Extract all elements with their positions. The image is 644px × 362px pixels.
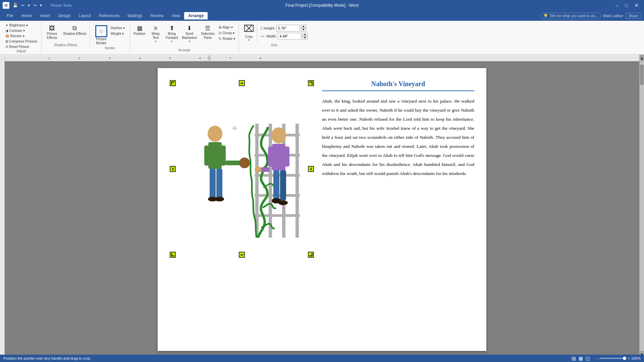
width-down[interactable]: ▼ xyxy=(302,36,308,40)
zoom-in-button[interactable]: + xyxy=(628,356,630,360)
compress-pictures-button[interactable]: ⊞ Compress Pictures xyxy=(4,39,39,44)
view-normal-button[interactable]: ▤ xyxy=(572,356,576,361)
document-scroll[interactable]: Naboth's Vineyard Ahab, the king, looked… xyxy=(5,61,639,358)
minimize-button[interactable]: – xyxy=(613,2,621,9)
group-button[interactable]: ⊡ Group ▾ xyxy=(217,31,236,36)
close-button[interactable]: ✕ xyxy=(632,2,641,9)
bring-forward-dropdown[interactable]: ▾ xyxy=(171,40,172,43)
dashes-label: Dashes xyxy=(111,26,122,30)
selection-pane-button[interactable]: ☰ SelectionPane xyxy=(199,24,216,41)
handle-middle-left[interactable] xyxy=(170,166,176,172)
picture-border-button[interactable]: □ PictureBorder xyxy=(94,24,109,46)
wrap-text-button[interactable]: ≡ WrapText ▾ xyxy=(148,24,163,44)
scroll-thumb[interactable] xyxy=(640,65,644,85)
brightness-dropdown[interactable]: ▾ xyxy=(26,23,28,27)
align-button[interactable]: ⊞ Align ▾ xyxy=(217,25,236,30)
align-dropdown[interactable]: ▾ xyxy=(231,25,233,29)
handle-bottom-right[interactable] xyxy=(308,252,314,258)
tab-references[interactable]: References xyxy=(95,12,123,19)
bring-forward-icon: ⬆ xyxy=(169,25,174,31)
width-input[interactable] xyxy=(278,33,301,40)
tab-design[interactable]: Design xyxy=(54,12,74,19)
svg-text:7: 7 xyxy=(229,57,231,60)
tab-format[interactable]: Arrange xyxy=(184,12,208,19)
save-button[interactable]: 💾 xyxy=(11,2,19,8)
redo-button[interactable]: ↪ xyxy=(32,2,38,8)
recolor-dropdown[interactable]: ▾ xyxy=(23,34,24,38)
view-web-button[interactable]: ◫ xyxy=(586,356,590,361)
position-label: Position xyxy=(133,32,146,36)
svg-rect-29 xyxy=(255,214,300,217)
handle-bottom-left[interactable] xyxy=(170,252,176,258)
view-print-button[interactable]: ▦ xyxy=(579,356,583,361)
height-down[interactable]: ▼ xyxy=(301,28,306,32)
rotate-dropdown[interactable]: ▾ xyxy=(233,37,235,41)
undo-dropdown[interactable]: ▾ xyxy=(26,2,31,8)
horizontal-ruler: 1 2 3 4 5 6 7 8 xyxy=(5,55,639,61)
shadow-effects-button[interactable]: ⧉ Shadow Effects xyxy=(62,24,88,37)
customize-quick-access[interactable]: ▾ xyxy=(39,2,43,8)
maximize-button[interactable]: □ xyxy=(623,2,631,9)
recolor-button[interactable]: 🎨 Recolor ▾ xyxy=(4,34,26,39)
zoom-slider[interactable] xyxy=(599,358,626,359)
right-scrollbar[interactable]: ▲ ▼ xyxy=(639,55,644,358)
crop-dropdown[interactable]: ▾ xyxy=(248,39,250,42)
tab-layout[interactable]: Layout xyxy=(75,12,95,19)
share-button[interactable]: Share xyxy=(626,13,641,19)
send-backward-button[interactable]: ⬇ SendBackward ▾ xyxy=(181,24,198,44)
weight-button[interactable]: Weight ▾ xyxy=(109,31,126,36)
zoom-out-button[interactable]: – xyxy=(596,356,598,360)
reset-picture-button[interactable]: ↺ Reset Picture xyxy=(4,44,31,49)
rotate-icon: ↻ xyxy=(219,37,221,41)
ruler-svg: 1 2 3 4 5 6 7 8 xyxy=(5,55,639,61)
send-backward-dropdown[interactable]: ▾ xyxy=(189,40,190,43)
scroll-up[interactable]: ▲ xyxy=(640,55,644,61)
tell-me-input[interactable]: 💡 Tell me what you want to do... xyxy=(540,13,601,19)
wrap-label: WrapText xyxy=(152,32,160,40)
contrast-dropdown[interactable]: ▾ xyxy=(23,29,25,33)
dashes-dropdown[interactable]: ▾ xyxy=(123,26,125,30)
picture-effects-button[interactable]: 🖼 PictureEffects xyxy=(44,24,60,41)
rotate-button[interactable]: ↻ Rotate ▾ xyxy=(217,36,236,41)
handle-top-right[interactable] xyxy=(308,80,314,86)
undo-button[interactable]: ↩ xyxy=(20,2,26,8)
height-up[interactable]: ▲ xyxy=(301,25,306,28)
width-up[interactable]: ▲ xyxy=(302,33,308,36)
bring-forward-button[interactable]: ⬆ BringForward ▾ xyxy=(164,24,179,44)
wrap-dropdown[interactable]: ▾ xyxy=(155,40,156,43)
tab-file[interactable]: File xyxy=(3,12,17,19)
tab-mailings[interactable]: Mailings xyxy=(123,12,146,19)
shadow-group-label: Shadow Effects xyxy=(44,43,88,48)
tab-insert[interactable]: Insert xyxy=(36,12,54,19)
tab-view[interactable]: View xyxy=(168,12,184,19)
picture-tools-label: Picture Tools xyxy=(51,3,72,7)
position-button[interactable]: ▦ Position xyxy=(132,24,147,37)
crop-label: Crop xyxy=(245,35,253,39)
selection-pane-icon: ☰ xyxy=(205,25,210,31)
image-container[interactable] xyxy=(170,80,314,258)
reset-icon: ↺ xyxy=(5,45,8,49)
brightness-button[interactable]: ☀ Brightness ▾ xyxy=(4,23,29,28)
user-name[interactable]: Mark LaBarr xyxy=(603,14,624,18)
tab-home[interactable]: Home xyxy=(17,12,36,19)
handle-middle-right[interactable] xyxy=(308,166,314,172)
status-right: ▤ ▦ ◫ – + 100% xyxy=(572,356,641,361)
handle-bottom-center[interactable] xyxy=(239,252,245,258)
picture-effects-icon: 🖼 xyxy=(49,25,55,31)
tab-review[interactable]: Review xyxy=(146,12,167,19)
status-bar: Position the pointer over any handle and… xyxy=(0,355,644,362)
crop-button[interactable]: ⌧ Crop ▾ xyxy=(241,23,257,43)
height-input[interactable] xyxy=(276,25,300,32)
svg-point-39 xyxy=(278,200,288,205)
document-page: Naboth's Vineyard Ahab, the king, looked… xyxy=(158,68,486,351)
handle-top-left[interactable] xyxy=(170,80,176,86)
handle-top-center[interactable] xyxy=(239,80,245,86)
compress-icon: ⊞ xyxy=(5,40,8,43)
group-dropdown[interactable]: ▾ xyxy=(233,31,234,35)
weight-label: Weight xyxy=(111,32,121,36)
weight-dropdown[interactable]: ▾ xyxy=(122,32,124,36)
contrast-button[interactable]: ◑ Contrast ▾ xyxy=(4,28,26,33)
dashes-button[interactable]: Dashes ▾ xyxy=(109,25,126,31)
svg-rect-33 xyxy=(284,146,289,167)
size-group-label: Size xyxy=(239,43,310,48)
